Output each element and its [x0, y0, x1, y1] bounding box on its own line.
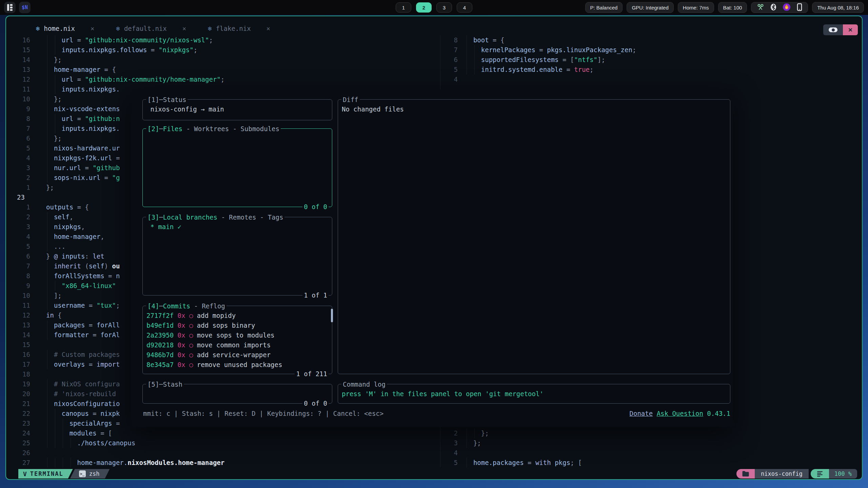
panel-title: [3]─Local branches - Remotes - Tags — [146, 212, 284, 222]
lazygit-command-log-panel[interactable]: Command logpress 'M' in the files panel … — [338, 384, 730, 404]
panel-row[interactable]: nixos-config → main — [146, 104, 332, 114]
folder-icon — [736, 469, 755, 479]
flame-icon[interactable] — [783, 3, 791, 12]
code-line[interactable]: 4 — [441, 75, 636, 84]
donate-link[interactable]: Donate — [630, 410, 653, 417]
nix-snowflake-icon: ❄ — [116, 25, 120, 32]
line-number: 16 — [9, 35, 30, 45]
tab-label: default.nix — [124, 25, 167, 32]
window-toggle-button[interactable] — [823, 24, 843, 35]
shell-label: zsh — [89, 470, 100, 477]
lazygit-branches-panel[interactable]: [3]─Local branches - Remotes - Tags * ma… — [142, 217, 332, 296]
lazygit-version: 0.43.1 — [707, 410, 730, 417]
workspace-button-3[interactable]: 3 — [436, 2, 452, 13]
line-number: 4 — [441, 448, 458, 458]
lazygit-commits-panel[interactable]: [4]─Commits - Reflog2717f2f 0x ○ add mop… — [142, 306, 332, 374]
mode-label: TERMINAL — [30, 470, 63, 477]
commit-row[interactable]: b49ef1d 0x ○ add sops binary — [146, 321, 332, 330]
status-pill-gpu[interactable]: GPU: Integrated — [627, 2, 673, 13]
code-line[interactable]: 6supportedFilesystems = ["ntfs"]; — [441, 55, 636, 65]
line-number: 18 — [9, 369, 30, 379]
code-line[interactable]: 16url = "github:nix-community/nixos-wsl"… — [9, 35, 224, 45]
nix-shell-badge[interactable]: $N — [19, 2, 31, 13]
line-number: 2 — [441, 428, 458, 438]
nix-snowflake-icon: ❄ — [36, 25, 40, 32]
line-number: 8 — [441, 35, 458, 45]
panel-title: [5]─Stash — [146, 380, 184, 389]
status-pill-battery[interactable]: Bat: 100 — [718, 2, 747, 13]
status-pill-latency[interactable]: Home: 7ms — [678, 2, 714, 13]
status-pill-power-profile[interactable]: P: Balanced — [585, 2, 623, 13]
workspace-button-4[interactable]: 4 — [457, 2, 472, 13]
commit-row[interactable]: 9486b7d 0x ○ add service-wrapper — [146, 350, 332, 360]
panel-row[interactable]: press 'M' in the files panel to open 'gi… — [342, 389, 730, 399]
phone-icon[interactable] — [797, 3, 802, 12]
panel-row[interactable]: No changed files — [342, 104, 730, 114]
commit-row[interactable]: 2a23950 0x ○ move sops to modules — [146, 330, 332, 340]
close-tab-icon[interactable]: × — [182, 25, 186, 32]
line-number: 17 — [9, 360, 30, 369]
statusline: V TERMINAL >_ zsh nixos-config — [6, 469, 862, 479]
code-line[interactable]: 12url = "github:nix-community/home-manag… — [9, 75, 224, 84]
system-tray — [751, 2, 808, 13]
line-number: 2 — [9, 173, 30, 183]
line-number: 7 — [9, 124, 30, 134]
commit-row[interactable]: d920218 0x ○ move common imports — [146, 340, 332, 350]
workspace-button-1[interactable]: 1 — [396, 2, 411, 13]
lazygit-files-panel[interactable]: [2]─Files - Worktrees - Submodules 0 of … — [142, 128, 332, 207]
tab-default.nix[interactable]: ❄default.nix× — [105, 25, 197, 32]
code-line[interactable]: 4 — [441, 448, 582, 458]
commit-row[interactable]: 2717f2f 0x ○ add mopidy — [146, 311, 332, 321]
panel-count: 1 of 1 — [302, 290, 329, 300]
apps-grid-glyph — [6, 4, 13, 11]
line-number: 5 — [9, 143, 30, 153]
lazygit-diff-panel[interactable]: DiffNo changed files — [338, 99, 730, 374]
tab-flake.nix[interactable]: ❄flake.nix× — [197, 25, 281, 32]
scissors-icon[interactable] — [757, 3, 764, 12]
panel-count: 1 of 211 — [295, 369, 329, 379]
clock[interactable]: Thu Aug 08, 18:16 — [812, 2, 864, 13]
code-line[interactable]: 7kernelPackages = pkgs.linuxPackages_zen… — [441, 45, 636, 55]
bluetooth-icon[interactable] — [770, 3, 776, 12]
apps-grid-icon[interactable] — [4, 2, 16, 13]
code-line[interactable]: 2}; — [441, 428, 582, 438]
window-close-button[interactable]: × — [843, 24, 858, 35]
editor-pane-right[interactable]: 8boot = {7kernelPackages = pkgs.linuxPac… — [441, 35, 636, 84]
code-line[interactable]: 24modules = [ — [9, 428, 224, 438]
commits-scrollbar[interactable] — [331, 309, 333, 322]
line-number: 19 — [9, 379, 30, 389]
commit-row[interactable]: 8e345a7 0x ○ remove unused packages — [146, 360, 332, 369]
code-line[interactable]: 13home-manager = { — [9, 65, 224, 75]
shell-segment: >_ zsh — [70, 469, 110, 479]
code-line[interactable]: 14}; — [9, 55, 224, 65]
line-number: 5 — [9, 242, 30, 251]
code-line[interactable]: 8boot = { — [441, 35, 636, 45]
close-tab-icon[interactable]: × — [91, 25, 94, 32]
code-line[interactable]: 25./hosts/canopus — [9, 438, 224, 448]
code-line[interactable]: 5home.packages = with pkgs; [ — [441, 458, 582, 468]
code-line[interactable]: 27home-manager.nixosModules.home-manager — [9, 458, 224, 468]
panel-row[interactable]: * main ✓ — [146, 222, 332, 232]
terminal-prompt-icon: >_ — [79, 470, 86, 477]
mode-segment: V TERMINAL — [18, 469, 73, 479]
lazygit-stash-panel[interactable]: [5]─Stash 0 of 0 — [142, 384, 332, 404]
code-line[interactable]: 15inputs.nixpkgs.follows = "nixpkgs"; — [9, 45, 224, 55]
close-tab-icon[interactable]: × — [267, 25, 270, 32]
editor-pane-right-bottom[interactable]: 2};3};45home.packages = with pkgs; [ — [441, 428, 582, 468]
panel-count: 0 of 0 — [302, 202, 329, 211]
code-line[interactable]: 3}; — [441, 438, 582, 448]
tab-home.nix[interactable]: ❄home.nix× — [25, 25, 105, 32]
code-line[interactable]: 5initrd.systemd.enable = true; — [441, 65, 636, 75]
line-number: 13 — [9, 320, 30, 330]
workspace-button-2[interactable]: 2 — [416, 2, 432, 13]
panel-title: Diff — [341, 95, 360, 104]
code-line[interactable]: 26 — [9, 448, 224, 458]
line-number: 3 — [441, 438, 458, 448]
line-number: 4 — [9, 232, 30, 242]
lazygit-status-panel[interactable]: [1]─Status nixos-config → main — [142, 99, 332, 120]
line-number: 2 — [9, 212, 30, 222]
ask-question-link[interactable]: Ask Question — [657, 410, 703, 417]
line-number: 5 — [441, 65, 458, 75]
panel-title: [2]─Files - Worktrees - Submodules — [146, 124, 281, 134]
line-number: 12 — [9, 75, 30, 84]
